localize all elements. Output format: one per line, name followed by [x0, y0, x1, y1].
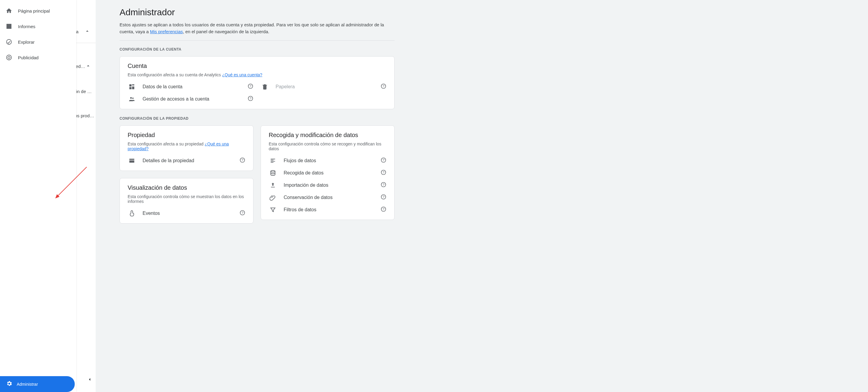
- row-data-filters[interactable]: Filtros de datos ?: [269, 201, 386, 214]
- card-title: Cuenta: [128, 62, 386, 69]
- explore-icon: [5, 38, 12, 46]
- help-icon[interactable]: ?: [240, 210, 245, 217]
- primary-sidebar: Página principal Informes Explorar Publi…: [0, 0, 76, 238]
- card-desc: Esta configuración afecta a su propiedad…: [128, 142, 245, 151]
- trash-icon: [261, 83, 269, 90]
- touch-icon: [128, 210, 136, 217]
- help-icon[interactable]: ?: [380, 194, 386, 201]
- help-icon[interactable]: ?: [380, 83, 386, 90]
- target-icon: [5, 54, 12, 61]
- row-label: Gestión de accesos a la cuenta: [143, 96, 241, 102]
- divider: [120, 40, 395, 41]
- row-label: Recogida de datos: [284, 170, 374, 176]
- row-label: Datos de la cuenta: [143, 84, 241, 89]
- section-label-account: CONFIGURACIÓN DE LA CUENTA: [120, 47, 395, 52]
- bar-chart-icon: [5, 23, 12, 30]
- card-icon: [128, 158, 136, 164]
- svg-point-0: [7, 39, 12, 45]
- building-icon: [128, 83, 136, 90]
- svg-point-6: [130, 97, 132, 99]
- svg-point-2: [8, 56, 10, 58]
- help-icon[interactable]: ?: [380, 181, 386, 189]
- data-display-card: Visualización de datos Esta configuració…: [120, 178, 253, 224]
- streams-icon: [269, 158, 277, 164]
- chevron-up-icon: [84, 28, 90, 35]
- help-icon[interactable]: ?: [380, 157, 386, 164]
- subpanel-label: ied…: [75, 64, 85, 69]
- people-icon: [128, 96, 136, 102]
- filter-icon: [269, 206, 277, 213]
- help-icon[interactable]: ?: [247, 95, 253, 102]
- row-label: Flujos de datos: [284, 158, 374, 163]
- page-intro: Estos ajustes se aplican a todos los usu…: [120, 22, 395, 35]
- help-icon[interactable]: ?: [380, 169, 386, 176]
- row-data-streams[interactable]: Flujos de datos ?: [269, 152, 386, 165]
- card-title: Visualización de datos: [128, 184, 245, 191]
- row-account-access[interactable]: Gestión de accesos a la cuenta ?: [128, 91, 253, 103]
- card-desc: Esta configuración controla cómo se mues…: [128, 194, 245, 204]
- nav-label: Página principal: [18, 8, 50, 13]
- row-label: Eventos: [143, 211, 233, 216]
- subpanel-label: os prod…: [75, 113, 94, 118]
- row-label: Importación de datos: [284, 183, 374, 188]
- home-icon: [5, 7, 12, 15]
- svg-point-1: [7, 55, 12, 60]
- property-card: Propiedad Esta configuración afecta a su…: [120, 125, 253, 171]
- what-is-account-link[interactable]: ¿Qué es una cuenta?: [222, 73, 262, 77]
- nav-item-home[interactable]: Página principal: [0, 3, 76, 19]
- section-label-property: CONFIGURACIÓN DE LA PROPIEDAD: [120, 116, 395, 120]
- row-account-data[interactable]: Datos de la cuenta ?: [128, 78, 253, 91]
- help-icon[interactable]: ?: [247, 83, 253, 90]
- card-title: Recogida y modificación de datos: [269, 132, 386, 139]
- attachment-icon: [269, 194, 277, 201]
- upload-icon: [269, 182, 277, 189]
- nav-label: Explorar: [18, 39, 35, 45]
- nav-item-reports[interactable]: Informes: [0, 19, 76, 34]
- account-card: Cuenta Esta configuración afecta a su cu…: [120, 56, 395, 109]
- svg-text:?: ?: [250, 84, 251, 88]
- svg-text:?: ?: [382, 84, 384, 88]
- my-preferences-link[interactable]: Mis preferencias: [150, 29, 183, 34]
- chevron-up-icon: [85, 63, 91, 70]
- svg-text:?: ?: [382, 207, 384, 211]
- row-property-details[interactable]: Detalles de la propiedad ?: [128, 152, 245, 165]
- nav-label: Informes: [18, 24, 35, 29]
- subpanel-label: ón de …: [75, 89, 92, 94]
- data-collection-card: Recogida y modificación de datos Esta co…: [261, 125, 395, 220]
- svg-text:?: ?: [382, 183, 384, 187]
- row-label: Papelera: [276, 84, 374, 89]
- card-desc: Esta configuración controla cómo se reco…: [269, 142, 386, 151]
- row-label: Filtros de datos: [284, 207, 374, 213]
- row-data-collection[interactable]: Recogida de datos ?: [269, 165, 386, 177]
- row-data-retention[interactable]: Conservación de datos ?: [269, 189, 386, 201]
- row-label: Conservación de datos: [284, 195, 374, 200]
- row-label: Detalles de la propiedad: [143, 158, 233, 163]
- svg-text:?: ?: [382, 158, 384, 162]
- svg-text:?: ?: [242, 211, 243, 215]
- page-title: Administrador: [120, 7, 395, 17]
- svg-point-7: [132, 97, 134, 99]
- svg-text:?: ?: [382, 195, 384, 199]
- svg-text:?: ?: [242, 158, 243, 162]
- svg-point-18: [271, 170, 275, 172]
- main-content: Administrador Estos ajustes se aplican a…: [107, 0, 406, 238]
- nav-item-advertising[interactable]: Publicidad: [0, 50, 76, 65]
- svg-text:?: ?: [250, 97, 251, 100]
- divider: [75, 43, 96, 43]
- database-icon: [269, 170, 277, 176]
- help-icon[interactable]: ?: [380, 206, 386, 213]
- intro-post: , en el panel de navegación de la izquie…: [183, 29, 269, 34]
- nav-item-explore[interactable]: Explorar: [0, 34, 76, 50]
- row-events[interactable]: Eventos ?: [128, 205, 245, 217]
- nav-label: Publicidad: [18, 55, 38, 60]
- row-trash: Papelera ?: [261, 78, 386, 91]
- card-desc: Esta configuración afecta a su cuenta de…: [128, 73, 386, 77]
- card-title: Propiedad: [128, 132, 245, 139]
- help-icon[interactable]: ?: [240, 157, 245, 164]
- row-data-import[interactable]: Importación de datos ?: [269, 177, 386, 189]
- svg-text:?: ?: [382, 171, 384, 174]
